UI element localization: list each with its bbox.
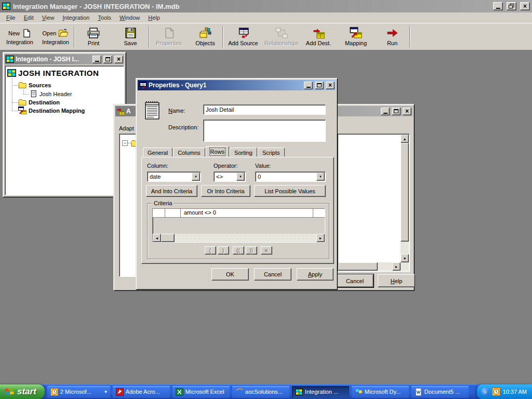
integration-window-title-bar[interactable]: Integration - JOSH I... × (5, 54, 124, 64)
maximize-button[interactable] (103, 56, 112, 63)
printer-icon (87, 27, 100, 39)
scroll-up-icon[interactable]: ▲ (401, 135, 409, 143)
menu-file[interactable]: File (2, 13, 20, 22)
menu-edit[interactable]: Edit (20, 13, 38, 22)
list-possible-values-button[interactable]: List Possible Values (254, 185, 326, 197)
adapter-cancel-button[interactable]: Cancel (336, 274, 374, 287)
minimize-button[interactable] (381, 108, 390, 115)
print-button[interactable]: Print (75, 23, 112, 50)
adapter-help-button[interactable]: Help (378, 274, 415, 287)
menu-view[interactable]: View (38, 13, 59, 22)
and-into-criteria-button[interactable]: And Into Criteria (146, 185, 197, 197)
description-input[interactable] (203, 119, 326, 142)
menu-integration[interactable]: Integration (58, 13, 94, 22)
cancel-button[interactable]: Cancel (254, 268, 291, 281)
group-arrow-icon[interactable]: ▾ (104, 389, 107, 394)
close-button[interactable]: × (114, 56, 123, 63)
add-source-button[interactable]: Add Source (223, 23, 263, 50)
double-close-paren-button[interactable]: )) (246, 246, 257, 255)
menu-window[interactable]: Window (115, 13, 144, 22)
tree-item-josh-header[interactable]: Josh Header (39, 91, 72, 97)
scrollbar-thumb[interactable] (161, 234, 175, 242)
scroll-left-icon[interactable]: ◄ (153, 234, 161, 242)
tree-connector (12, 102, 18, 103)
taskbar-item-integration[interactable]: Integration ... (292, 386, 349, 398)
minimize-button[interactable] (493, 2, 503, 10)
scroll-right-icon[interactable]: ► (392, 262, 401, 271)
tray-chevron-icon[interactable]: ‹ (481, 388, 489, 396)
criteria-cell[interactable] (153, 209, 165, 217)
dropdown-arrow-icon[interactable]: ▼ (192, 172, 200, 181)
properties-dialog-title-bar[interactable]: Properties - Query1 × (138, 80, 336, 90)
criteria-cell[interactable] (313, 209, 325, 217)
taskbar-item-word[interactable]: Document5 ... (411, 386, 469, 398)
open-integration-button[interactable]: Open Integration (37, 23, 74, 50)
menu-help[interactable]: Help (144, 13, 164, 22)
objects-button[interactable]: Objects (188, 23, 222, 50)
operator-select[interactable]: <> ▼ (214, 171, 246, 182)
close-paren-button[interactable]: ) (218, 246, 229, 255)
maximize-button[interactable] (315, 82, 324, 89)
taskbar-item-aocsolutions[interactable]: aocSolutions... (232, 386, 289, 398)
save-button[interactable]: Save (112, 23, 149, 50)
taskbar-group-microsoft[interactable]: 2 Microsof... ▾ (47, 386, 110, 398)
new-integration-button[interactable]: New Integration (2, 23, 37, 50)
tab-scripts[interactable]: Scripts (258, 148, 285, 157)
menu-tools[interactable]: Tools (94, 13, 115, 22)
tree-item-sources[interactable]: Sources (29, 82, 51, 88)
taskbar-item-acrobat[interactable]: Adobe Acro... (113, 386, 170, 398)
tree-collapse-icon[interactable]: − (122, 140, 128, 146)
minimize-button[interactable] (92, 56, 101, 63)
minimize-icon (496, 8, 500, 9)
restore-button[interactable] (507, 2, 516, 10)
criteria-expression[interactable]: amount <> 0 (181, 209, 313, 217)
open-paren-button[interactable]: ( (205, 246, 216, 255)
scrollbar-track[interactable] (175, 234, 316, 242)
column-select[interactable]: date ▼ (147, 171, 201, 182)
scrollbar-track[interactable] (378, 262, 392, 271)
tree-connector (12, 85, 18, 86)
apply-button[interactable]: Apply (297, 268, 334, 281)
tray-clock-icon[interactable] (492, 388, 500, 396)
dropdown-arrow-icon[interactable]: ▼ (236, 172, 245, 181)
add-dest-button[interactable]: Add Dest. (300, 23, 337, 50)
taskbar-item-dynamics[interactable]: Microsoft Dy... (352, 386, 409, 398)
start-button[interactable]: start (0, 384, 45, 399)
criteria-row[interactable]: amount <> 0 (153, 209, 325, 218)
adapter-help-label: Help (391, 278, 403, 284)
tree-item-destination-mapping[interactable]: Destination Mapping (29, 108, 85, 114)
criteria-cell[interactable] (165, 209, 181, 217)
tab-columns[interactable]: Columns (173, 148, 205, 157)
tab-sorting[interactable]: Sorting (230, 148, 257, 157)
close-button[interactable]: × (520, 2, 530, 10)
scrollbar-corner (401, 262, 409, 271)
horizontal-scrollbar[interactable]: ► (338, 262, 401, 271)
minimize-button[interactable] (304, 82, 313, 89)
close-button[interactable]: × (326, 82, 335, 89)
ok-button[interactable]: OK (211, 268, 249, 281)
main-title-bar[interactable]: Integration Manager - JOSH INTEGRATION -… (0, 0, 532, 12)
or-into-criteria-button[interactable]: Or Into Criteria (201, 185, 250, 197)
scrollbar-thumb[interactable] (338, 262, 378, 271)
taskbar-item-excel[interactable]: Microsoft Excel (172, 386, 230, 398)
remove-paren-button[interactable]: ✕ (261, 246, 272, 255)
tab-general[interactable]: General (143, 148, 172, 157)
run-button[interactable]: Run (375, 23, 409, 50)
criteria-horizontal-scrollbar[interactable]: ◄ ► (153, 234, 325, 242)
vertical-scrollbar[interactable]: ▲ ▼ (401, 135, 409, 262)
scroll-down-icon[interactable]: ▼ (401, 254, 409, 262)
double-open-paren-button[interactable]: (( (233, 246, 244, 255)
maximize-button[interactable] (392, 108, 401, 115)
value-select[interactable]: 0 ▼ (255, 171, 326, 182)
tab-rows[interactable]: Rows (206, 146, 230, 157)
name-input[interactable] (203, 104, 326, 115)
mapping-button[interactable]: Mapping (337, 23, 375, 50)
tree-item-destination[interactable]: Destination (29, 99, 60, 105)
dropdown-arrow-icon[interactable]: ▼ (316, 172, 325, 181)
scroll-right-icon[interactable]: ► (316, 234, 325, 242)
scrollbar-thumb[interactable] (401, 143, 409, 242)
close-button[interactable]: × (403, 108, 411, 115)
tree-root-josh-integration[interactable]: JOSH INTEGRATION (18, 69, 99, 77)
operator-value: <> (214, 174, 236, 180)
scrollbar-track[interactable] (401, 242, 409, 254)
